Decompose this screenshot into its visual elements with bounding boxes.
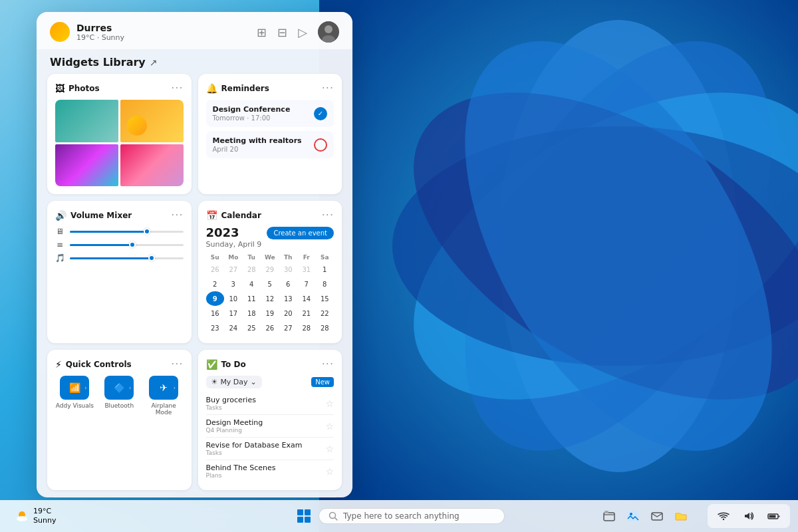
calendar-grid: Su Mo Tu We Th Fr Sa 2627282930311234567… — [206, 253, 334, 335]
todo-title-0: Buy groceries — [206, 396, 256, 404]
cal-day[interactable]: 2 — [206, 277, 225, 291]
cal-day[interactable]: 8 — [316, 277, 334, 291]
cal-day[interactable]: 7 — [297, 277, 316, 291]
cal-day[interactable]: 21 — [297, 306, 316, 321]
taskbar-weather[interactable]: 19°C Sunny — [8, 504, 63, 529]
app-icon: 🎵 — [55, 253, 65, 263]
wifi-tray-icon[interactable] — [713, 505, 734, 527]
mail-taskbar-icon[interactable] — [646, 505, 668, 527]
cal-th-we: We — [261, 253, 279, 262]
photos-menu[interactable]: ··· — [171, 82, 183, 94]
cal-day[interactable]: 13 — [279, 291, 298, 306]
reminder-item-0[interactable]: Design Conference Tomorrow · 17:00 ✓ — [206, 100, 334, 127]
qc-btn-bluetooth[interactable]: 🔷 › — [104, 376, 134, 400]
reminder-check-done-0[interactable]: ✓ — [314, 107, 327, 120]
calendar-menu[interactable]: ··· — [322, 209, 334, 221]
cal-day[interactable]: 17 — [224, 306, 243, 321]
todo-title-3: Behind The Scenes — [206, 464, 276, 472]
photos-grid — [55, 100, 184, 186]
layout-icon[interactable]: ⊟ — [277, 25, 287, 39]
cal-day[interactable]: 31 — [297, 262, 316, 277]
todo-widget: ✅ To Do ··· ☀ My Day ⌄ New Buy groceries… — [198, 350, 342, 490]
cal-day[interactable]: 23 — [206, 321, 225, 335]
reminder-item-1[interactable]: Meeting with realtors April 20 — [206, 131, 334, 158]
qc-menu[interactable]: ··· — [171, 358, 183, 370]
reminders-menu[interactable]: ··· — [322, 82, 334, 94]
cal-day[interactable]: 30 — [279, 262, 298, 277]
todo-menu[interactable]: ··· — [322, 358, 334, 370]
cal-day[interactable]: 14 — [297, 291, 316, 306]
volume-slider-2[interactable] — [70, 257, 184, 259]
widgets-title: Widgets Library — [50, 56, 146, 68]
cal-day[interactable]: 26 — [261, 321, 279, 335]
file-manager-icon[interactable] — [598, 505, 620, 527]
cal-day[interactable]: 28 — [243, 262, 261, 277]
library-icon[interactable]: ⊞ — [257, 25, 267, 39]
cal-day[interactable]: 5 — [261, 277, 279, 291]
cal-day[interactable]: 11 — [243, 291, 261, 306]
svg-rect-32 — [628, 511, 638, 521]
svg-rect-31 — [604, 511, 608, 513]
user-avatar[interactable] — [318, 21, 339, 43]
todo-item-1[interactable]: Design Meeting Q4 Planning ☆ — [206, 415, 334, 438]
cal-day[interactable]: 24 — [224, 321, 243, 335]
video-icon[interactable]: ▷ — [298, 25, 307, 39]
cal-th-sa: Sa — [316, 253, 334, 262]
start-button[interactable] — [293, 505, 315, 527]
expand-icon[interactable]: ↗ — [150, 57, 158, 68]
photo-teal — [55, 100, 118, 142]
qc-item-bluetooth: 🔷 › Bluetooth — [100, 376, 139, 416]
volume-tray-icon[interactable] — [738, 505, 759, 527]
widgets-grid: 🖼 Photos ··· 🔔 Reminders ··· — [37, 74, 352, 497]
cal-day[interactable]: 15 — [316, 291, 334, 306]
cal-day[interactable]: 18 — [243, 306, 261, 321]
battery-tray-icon[interactable] — [763, 505, 785, 527]
cal-th-mo: Mo — [224, 253, 243, 262]
todo-star-1[interactable]: ☆ — [325, 421, 334, 432]
cal-day[interactable]: 28 — [297, 321, 316, 335]
todo-item-0[interactable]: Buy groceries Tasks ☆ — [206, 392, 334, 415]
todo-star-2[interactable]: ☆ — [325, 444, 334, 454]
reminders-title: Reminders — [221, 84, 269, 93]
folder-taskbar-icon[interactable] — [670, 505, 692, 527]
cal-day[interactable]: 9 — [206, 291, 225, 306]
cal-day[interactable]: 6 — [279, 277, 298, 291]
cal-day[interactable]: 4 — [243, 277, 261, 291]
calendar-widget: 📅 Calendar ··· 2023 Sunday, April 9 Crea… — [198, 201, 342, 343]
cal-day[interactable]: 1 — [316, 262, 334, 277]
todo-sub-2: Tasks — [206, 450, 303, 456]
cal-day[interactable]: 19 — [261, 306, 279, 321]
cal-day[interactable]: 28 — [316, 321, 334, 335]
qc-btn-airplane[interactable]: ✈ › — [149, 376, 178, 400]
cal-day[interactable]: 27 — [224, 262, 243, 277]
cal-day[interactable]: 29 — [261, 262, 279, 277]
volume-slider-0[interactable] — [70, 231, 184, 233]
search-bar[interactable]: Type here to search anything — [319, 508, 505, 524]
new-badge[interactable]: New — [311, 377, 334, 387]
myday-selector[interactable]: ☀ My Day ⌄ — [206, 376, 262, 388]
monitor-icon: 🖥 — [55, 227, 65, 236]
cal-th-tu: Tu — [243, 253, 261, 262]
cal-day[interactable]: 27 — [279, 321, 298, 335]
photos-taskbar-icon[interactable] — [622, 505, 644, 527]
todo-item-2[interactable]: Revise for Database Exam Tasks ☆ — [206, 438, 334, 460]
cal-day[interactable]: 20 — [279, 306, 298, 321]
cal-day[interactable]: 16 — [206, 306, 225, 321]
cal-day[interactable]: 25 — [243, 321, 261, 335]
volume-menu[interactable]: ··· — [171, 209, 183, 221]
todo-item-3[interactable]: Behind The Scenes Plans ☆ — [206, 460, 334, 482]
todo-star-3[interactable]: ☆ — [325, 466, 334, 477]
media-icon: ≡ — [55, 240, 65, 249]
cal-create-btn[interactable]: Create an event — [267, 227, 334, 239]
cal-day[interactable]: 12 — [261, 291, 279, 306]
panel-header-left: Durres 19°C · Sunny — [50, 22, 124, 42]
cal-day[interactable]: 3 — [224, 277, 243, 291]
volume-slider-1[interactable] — [70, 244, 184, 246]
qc-btn-wifi[interactable]: 📶 › — [60, 376, 89, 400]
weather-info: Durres 19°C · Sunny — [76, 23, 124, 42]
cal-day[interactable]: 22 — [316, 306, 334, 321]
reminder-check-pending-1[interactable] — [314, 138, 327, 152]
cal-day[interactable]: 10 — [224, 291, 243, 306]
cal-day[interactable]: 26 — [206, 262, 225, 277]
todo-star-0[interactable]: ☆ — [325, 398, 334, 409]
